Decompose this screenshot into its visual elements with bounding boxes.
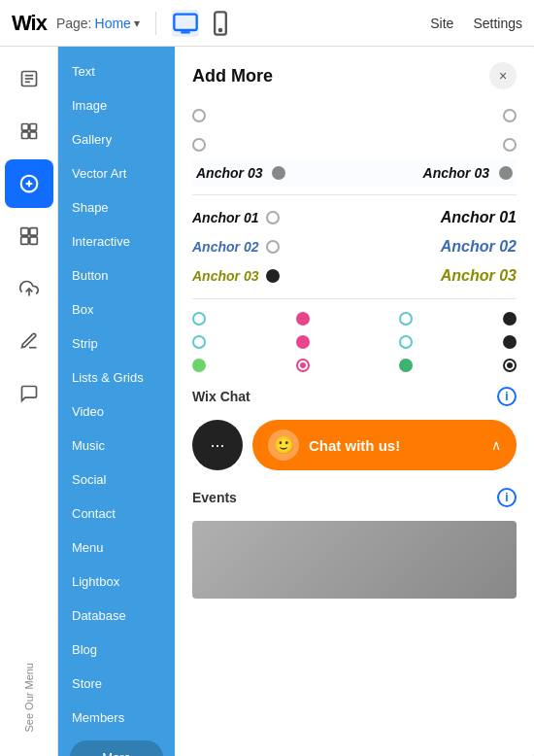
sidebar-item-chat[interactable] [5, 369, 53, 418]
svg-rect-7 [21, 124, 28, 131]
menu-panel: Text Image Gallery Vector Art Shape Inte… [58, 47, 175, 756]
content-area: Add More × Anchor 03 [175, 47, 534, 756]
divider-1 [192, 194, 517, 195]
close-button[interactable]: × [489, 62, 517, 89]
menu-item-image[interactable]: Image [58, 88, 175, 122]
menu-item-lightbox[interactable]: Lightbox [58, 565, 175, 599]
page-text: Page: [56, 16, 92, 31]
menu-item-database[interactable]: Database [58, 599, 175, 633]
anchor01-right: Anchor 01 [354, 209, 517, 226]
chat-smiley-icon: 🙂 [268, 430, 299, 461]
see-our-menu-container: See Our Menu [23, 663, 35, 737]
dot-2-1 [192, 138, 206, 152]
chat-avatar: ··· [192, 420, 243, 470]
events-image-inner [192, 521, 517, 599]
dot-teal-1 [192, 312, 206, 326]
anchor01-left: Anchor 01 [192, 210, 354, 225]
sidebar-item-upload[interactable] [5, 264, 53, 313]
dot-pink-1 [296, 312, 310, 326]
mobile-icon[interactable] [207, 10, 234, 37]
top-dots-section: Anchor 03 Anchor 03 Anchor 01 [175, 101, 534, 377]
sidebar-item-add[interactable] [5, 159, 53, 208]
page-name[interactable]: Home [95, 16, 131, 31]
dot-ring-dark [503, 359, 517, 372]
sidebar-item-elements[interactable] [5, 107, 53, 155]
menu-item-box[interactable]: Box [58, 292, 175, 326]
menu-item-social[interactable]: Social [58, 463, 175, 497]
divider [155, 12, 156, 35]
svg-rect-8 [29, 124, 36, 131]
menu-item-music[interactable]: Music [58, 429, 175, 463]
dot-green-light [192, 359, 206, 372]
events-info-icon[interactable]: i [497, 488, 517, 507]
menu-item-blog[interactable]: Blog [58, 633, 175, 667]
svg-point-2 [219, 28, 221, 30]
color-row-2 [192, 330, 517, 354]
chat-bubble-icon: ··· [210, 435, 224, 456]
menu-item-strip[interactable]: Strip [58, 326, 175, 361]
top-bar-right: Site Settings [430, 16, 522, 31]
menu-item-video[interactable]: Video [58, 395, 175, 429]
anchor03-dot-left [272, 166, 285, 180]
dot-row-1 [192, 101, 517, 130]
menu-item-text[interactable]: Text [58, 54, 175, 88]
wix-logo: Wix [12, 11, 47, 36]
anchor02-left: Anchor 02 [192, 239, 354, 255]
color-row-3 [192, 354, 517, 377]
dot-pink-2 [296, 335, 310, 349]
menu-item-gallery[interactable]: Gallery [58, 122, 175, 156]
desktop-icon[interactable] [172, 10, 199, 37]
anchor03-dot-right [499, 166, 513, 180]
anchor01-label-right: Anchor 01 [441, 209, 517, 226]
events-image [192, 521, 517, 599]
add-more-title: Add More [192, 66, 273, 86]
svg-rect-15 [29, 228, 37, 236]
main-layout: See Our Menu Text Image Gallery Vector A… [0, 47, 534, 756]
site-link[interactable]: Site [430, 16, 453, 31]
events-title: Events [192, 490, 237, 505]
anchor03-label-right2: Anchor 03 [441, 267, 517, 285]
color-row-1 [192, 307, 517, 330]
svg-rect-16 [20, 237, 28, 245]
chevron-down-icon[interactable]: ▾ [134, 17, 140, 30]
menu-item-interactive[interactable]: Interactive [58, 224, 175, 258]
sidebar-item-design[interactable] [5, 317, 53, 365]
wix-chat-widget: ··· 🙂 Chat with us! ∧ [192, 420, 517, 470]
menu-item-menu[interactable]: Menu [58, 531, 175, 565]
svg-rect-17 [29, 237, 37, 245]
see-our-menu-text: See Our Menu [23, 663, 35, 733]
menu-item-vector-art[interactable]: Vector Art [58, 156, 175, 190]
anchor02-dot-left [266, 240, 280, 254]
menu-item-shape[interactable]: Shape [58, 190, 175, 224]
page-label: Page: Home ▾ [56, 16, 140, 31]
dot-green [399, 359, 413, 372]
anchor03-right: Anchor 03 [354, 165, 517, 181]
wix-chat-info-icon[interactable]: i [497, 387, 517, 406]
dot-1-2 [503, 109, 517, 122]
divider-2 [192, 298, 517, 299]
dot-2-2 [503, 138, 517, 152]
dot-1-1 [192, 109, 206, 122]
menu-item-button[interactable]: Button [58, 258, 175, 292]
anchor02-row: Anchor 02 Anchor 02 [192, 232, 517, 261]
dot-dark-1 [503, 312, 517, 326]
dot-teal-4 [399, 335, 413, 349]
events-header: Events i [175, 478, 534, 513]
anchor01-row: Anchor 01 Anchor 01 [192, 203, 517, 232]
anchor01-dot-left [266, 211, 280, 224]
menu-item-contact[interactable]: Contact [58, 497, 175, 531]
settings-link[interactable]: Settings [473, 16, 522, 31]
menu-item-members[interactable]: Members [58, 701, 175, 735]
device-icons [172, 10, 234, 37]
add-more-header: Add More × [175, 47, 534, 101]
sidebar-item-apps[interactable] [5, 212, 53, 260]
svg-rect-9 [21, 132, 28, 139]
menu-item-lists-grids[interactable]: Lists & Grids [58, 361, 175, 395]
add-more-panel: Add More × Anchor 03 [175, 47, 534, 756]
menu-item-store[interactable]: Store [58, 667, 175, 701]
menu-item-more[interactable]: More [70, 740, 163, 756]
svg-rect-0 [174, 14, 196, 29]
chat-button[interactable]: 🙂 Chat with us! ∧ [252, 420, 517, 470]
anchor02-label-left: Anchor 02 [192, 239, 258, 255]
sidebar-item-pages[interactable] [5, 54, 53, 103]
